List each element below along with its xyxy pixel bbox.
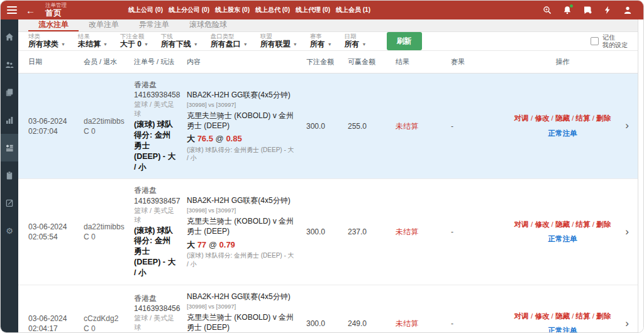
note-edit-icon <box>5 199 14 207</box>
sidebar-item-settings[interactable]: ⚙ <box>1 217 18 244</box>
page-title: 首页 <box>45 9 67 18</box>
action-delete[interactable]: 删除 <box>596 221 611 228</box>
cell-bet-id-play: 香港盘 14163938457 篮球 / 美式足球 (滚球) 球队得分: 金州勇… <box>129 179 182 284</box>
league-name: NBA2K-H2H GG联赛(4x5分钟) <box>187 195 296 205</box>
member-rebate: C 0 <box>84 232 124 242</box>
notification-badge <box>570 4 573 8</box>
filter-event[interactable]: 赛事 所有▼ <box>310 33 332 49</box>
cell-content: NBA2K-H2H GG联赛(4x5分钟) [30998] vs [30997]… <box>182 189 301 275</box>
action-settle[interactable]: 结算 <box>576 312 597 320</box>
remember-checkbox[interactable] <box>591 37 599 45</box>
row-expand-chevron-icon[interactable]: › <box>616 219 638 246</box>
search-icon[interactable] <box>542 6 552 15</box>
cell-score: - <box>446 221 509 243</box>
filter-bar: 球类 所有球类▼ 结果 未结算▼ 下注金额 大于 0▼ 下线 所有下线▼ 盘口类… <box>18 32 638 51</box>
bet-handicap: 76.5 <box>197 134 213 143</box>
action-hide[interactable]: 隐藏 <box>555 114 576 122</box>
action-modify[interactable]: 修改 <box>535 221 555 228</box>
table-row[interactable]: 03-06-2024 02:04:17 cCzdKdg2 C 0 香港盘 141… <box>18 285 638 333</box>
row-expand-chevron-icon[interactable]: › <box>616 310 638 333</box>
quick-actions-lightning-icon[interactable] <box>602 6 612 15</box>
action-modify[interactable]: 修改 <box>535 114 555 122</box>
match-teams: 克里夫兰骑士 (KOBOLD) v 金州勇士 (DEEP) <box>187 111 296 131</box>
cell-member-rebate: cCzdKdg2 C 0 <box>79 307 129 333</box>
menu-icon[interactable] <box>7 6 17 14</box>
bet-status-link[interactable]: 正常注单 <box>548 326 577 333</box>
match-ids: [30998] vs [30997] <box>187 303 296 311</box>
cell-operations: 对调修改隐藏结算删除 正常注单 <box>509 214 616 251</box>
action-delete[interactable]: 删除 <box>596 312 611 320</box>
table-row[interactable]: 03-06-2024 02:05:54 da22timibbs C 0 香港盘 … <box>18 179 638 285</box>
tab-live-danger-ball[interactable]: 滚球危险球 <box>179 19 237 31</box>
account-icon[interactable] <box>623 6 632 15</box>
filter-league[interactable]: 联盟 所有联盟▼ <box>260 33 297 49</box>
sidebar-item-bet-orders[interactable] <box>1 134 18 161</box>
col-win-amount: 可赢金额 <box>343 51 391 73</box>
col-score: 赛果 <box>446 51 509 73</box>
sidebar-item-users[interactable] <box>1 51 18 79</box>
play-type: (滚球) 球队得分: 金州勇士 (DEEP) - 大 / 小 <box>134 226 177 278</box>
action-swap[interactable]: 对调 <box>514 221 535 228</box>
table-header: 日期 会员 / 退水 注单号 / 玩法 内容 下注金额 可赢金额 结果 赛果 操… <box>18 51 638 74</box>
filter-date[interactable]: 日期 所有▼ <box>345 33 367 49</box>
messages-icon[interactable] <box>582 6 592 15</box>
bet-id: 14163938457 <box>134 196 177 206</box>
scrollbar-track[interactable] <box>638 19 643 333</box>
member-name: cCzdKdg2 <box>84 314 124 324</box>
bet-status-link[interactable]: 正常注单 <box>548 234 577 244</box>
refresh-button[interactable]: 刷新 <box>387 32 422 50</box>
sidebar-item-home[interactable] <box>1 23 18 51</box>
gear-icon: ⚙ <box>6 227 13 235</box>
tab-abnormal-bets[interactable]: 异常注单 <box>129 19 179 31</box>
row-expand-chevron-icon[interactable]: › <box>616 112 638 139</box>
dropdown-caret-icon: ▼ <box>61 42 65 47</box>
cell-bet-id-play: 香港盘 14163938456 篮球 / 美式足球 (滚球) 总分: 大 / 小 <box>129 287 182 333</box>
sport-category: 篮球 / 美式足球 <box>134 206 177 225</box>
bet-id: 14163938456 <box>134 303 177 314</box>
filter-bet-amount[interactable]: 下注金额 大于 0▼ <box>120 33 148 49</box>
stat-member: 线上会员 (1) <box>336 6 370 14</box>
home-icon <box>5 33 14 41</box>
filter-result[interactable]: 结果 未结算▼ <box>78 33 108 49</box>
sidebar-item-reports[interactable] <box>1 79 18 106</box>
sidebar-item-notes[interactable] <box>1 189 18 217</box>
filter-sport[interactable]: 球类 所有球类▼ <box>28 33 65 49</box>
cell-result: 未结算 <box>391 115 446 138</box>
match-teams: 克里夫兰骑士 (KOBOLD) v 金州勇士 (DEEP) <box>187 216 296 236</box>
action-hide[interactable]: 隐藏 <box>555 312 576 320</box>
action-links: 对调修改隐藏结算删除 <box>514 220 611 230</box>
bet-pick: 大 <box>187 134 195 143</box>
bet-status-link[interactable]: 正常注单 <box>548 129 577 139</box>
filter-market-type[interactable]: 盘口类型 所有盘口▼ <box>211 33 248 49</box>
back-arrow-icon[interactable]: ← <box>26 6 35 15</box>
sidebar-item-clipboard[interactable] <box>1 161 18 189</box>
col-operations: 操作 <box>509 51 616 73</box>
action-swap[interactable]: 对调 <box>514 114 535 122</box>
bet-handicap: 77 <box>197 240 206 249</box>
action-hide[interactable]: 隐藏 <box>555 221 576 228</box>
action-settle[interactable]: 结算 <box>576 114 597 122</box>
table-body: 03-06-2024 02:07:04 da22timibbs C 0 香港盘 … <box>18 74 638 333</box>
cell-date: 03-06-2024 02:05:54 <box>18 216 79 248</box>
market-type: 香港盘 <box>134 293 177 303</box>
bet-pick: 大 <box>187 240 195 249</box>
remember-label: 记住 我的设定 <box>602 34 628 49</box>
bet-id: 14163938458 <box>134 90 177 100</box>
tab-flow-bets[interactable]: 流水注单 <box>28 19 79 31</box>
action-delete[interactable]: 删除 <box>596 114 611 122</box>
market-type: 香港盘 <box>134 80 177 90</box>
sidebar: ⚙ <box>1 19 18 333</box>
filter-downline[interactable]: 下线 所有下线▼ <box>161 33 198 49</box>
action-swap[interactable]: 对调 <box>514 312 535 320</box>
match-teams: 克里夫兰骑士 (KOBOLD) v 金州勇士 (DEEP) <box>187 312 296 332</box>
notifications-bell-icon[interactable] <box>562 6 572 15</box>
table-row[interactable]: 03-06-2024 02:07:04 da22timibbs C 0 香港盘 … <box>18 74 638 179</box>
tab-modified-bets[interactable]: 改单注单 <box>79 19 129 31</box>
tab-bar: 流水注单 改单注单 异常注单 滚球危险球 <box>18 19 638 32</box>
sidebar-item-statistics[interactable] <box>1 106 18 134</box>
clipboard-icon <box>5 171 14 180</box>
cell-result: 未结算 <box>391 312 446 333</box>
col-result: 结果 <box>391 51 446 73</box>
action-modify[interactable]: 修改 <box>535 312 555 320</box>
action-settle[interactable]: 结算 <box>576 221 597 228</box>
